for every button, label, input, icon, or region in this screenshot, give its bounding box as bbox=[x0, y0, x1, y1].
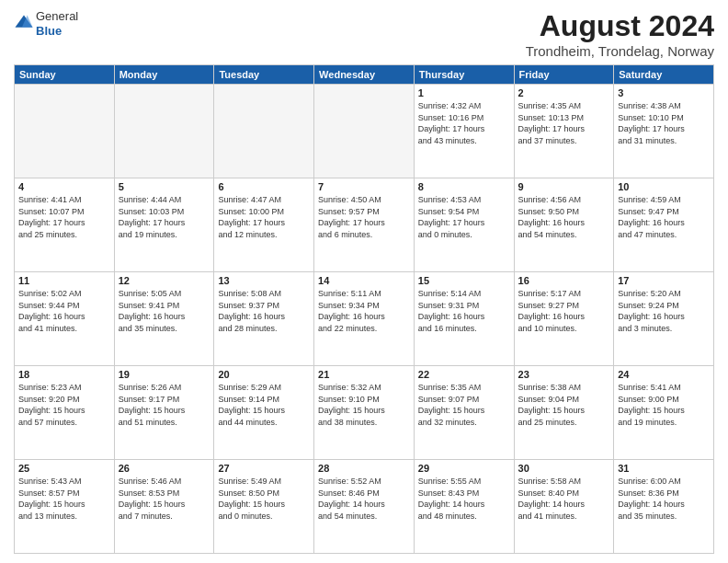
day-info: Sunrise: 5:49 AM Sunset: 8:50 PM Dayligh… bbox=[218, 476, 310, 522]
day-number: 30 bbox=[518, 463, 610, 474]
calendar-cell: 28Sunrise: 5:52 AM Sunset: 8:46 PM Dayli… bbox=[314, 460, 415, 554]
day-info: Sunrise: 4:32 AM Sunset: 10:16 PM Daylig… bbox=[418, 100, 510, 146]
day-number: 31 bbox=[618, 463, 710, 474]
weekday-header: Sunday bbox=[15, 65, 115, 85]
day-info: Sunrise: 5:41 AM Sunset: 9:00 PM Dayligh… bbox=[618, 382, 710, 428]
day-info: Sunrise: 5:43 AM Sunset: 8:57 PM Dayligh… bbox=[18, 476, 110, 522]
calendar-week-row: 18Sunrise: 5:23 AM Sunset: 9:20 PM Dayli… bbox=[15, 366, 714, 460]
calendar-body: 1Sunrise: 4:32 AM Sunset: 10:16 PM Dayli… bbox=[15, 85, 714, 554]
header: General Blue August 2024 Trondheim, Tron… bbox=[14, 9, 714, 59]
day-info: Sunrise: 4:59 AM Sunset: 9:47 PM Dayligh… bbox=[618, 194, 710, 240]
calendar-cell: 12Sunrise: 5:05 AM Sunset: 9:41 PM Dayli… bbox=[114, 272, 214, 366]
calendar-cell: 11Sunrise: 5:02 AM Sunset: 9:44 PM Dayli… bbox=[15, 272, 115, 366]
weekday-row: SundayMondayTuesdayWednesdayThursdayFrid… bbox=[15, 65, 714, 85]
day-info: Sunrise: 5:32 AM Sunset: 9:10 PM Dayligh… bbox=[318, 382, 410, 428]
calendar-cell: 19Sunrise: 5:26 AM Sunset: 9:17 PM Dayli… bbox=[114, 366, 214, 460]
day-number: 5 bbox=[119, 181, 210, 192]
day-number: 27 bbox=[218, 463, 310, 474]
calendar-cell: 20Sunrise: 5:29 AM Sunset: 9:14 PM Dayli… bbox=[214, 366, 314, 460]
day-number: 28 bbox=[318, 463, 410, 474]
day-number: 24 bbox=[618, 369, 710, 380]
calendar-cell: 2Sunrise: 4:35 AM Sunset: 10:13 PM Dayli… bbox=[514, 85, 614, 178]
day-info: Sunrise: 4:50 AM Sunset: 9:57 PM Dayligh… bbox=[318, 194, 410, 240]
page-subtitle: Trondheim, Trondelag, Norway bbox=[526, 43, 714, 59]
day-info: Sunrise: 5:46 AM Sunset: 8:53 PM Dayligh… bbox=[119, 476, 210, 522]
logo: General Blue bbox=[14, 9, 78, 38]
calendar-cell: 21Sunrise: 5:32 AM Sunset: 9:10 PM Dayli… bbox=[314, 366, 415, 460]
day-info: Sunrise: 5:55 AM Sunset: 8:43 PM Dayligh… bbox=[418, 476, 510, 522]
calendar-cell: 18Sunrise: 5:23 AM Sunset: 9:20 PM Dayli… bbox=[15, 366, 115, 460]
title-block: August 2024 Trondheim, Trondelag, Norway bbox=[526, 9, 714, 59]
day-number: 19 bbox=[119, 369, 210, 380]
day-number: 11 bbox=[18, 275, 110, 286]
weekday-header: Friday bbox=[514, 65, 614, 85]
day-number: 7 bbox=[318, 181, 410, 192]
calendar-cell: 25Sunrise: 5:43 AM Sunset: 8:57 PM Dayli… bbox=[15, 460, 115, 554]
weekday-header: Monday bbox=[114, 65, 214, 85]
day-number: 1 bbox=[418, 87, 510, 98]
calendar-cell: 31Sunrise: 6:00 AM Sunset: 8:36 PM Dayli… bbox=[614, 460, 714, 554]
day-number: 23 bbox=[518, 369, 610, 380]
day-info: Sunrise: 5:52 AM Sunset: 8:46 PM Dayligh… bbox=[318, 476, 410, 522]
logo-text: General Blue bbox=[36, 9, 78, 38]
page-title: August 2024 bbox=[526, 9, 714, 43]
day-number: 15 bbox=[418, 275, 510, 286]
day-number: 4 bbox=[18, 181, 110, 192]
calendar-week-row: 25Sunrise: 5:43 AM Sunset: 8:57 PM Dayli… bbox=[15, 460, 714, 554]
calendar-cell: 4Sunrise: 4:41 AM Sunset: 10:07 PM Dayli… bbox=[15, 178, 115, 272]
day-info: Sunrise: 5:20 AM Sunset: 9:24 PM Dayligh… bbox=[618, 288, 710, 334]
day-number: 20 bbox=[218, 369, 310, 380]
day-number: 12 bbox=[119, 275, 210, 286]
day-number: 3 bbox=[618, 87, 710, 98]
day-info: Sunrise: 4:53 AM Sunset: 9:54 PM Dayligh… bbox=[418, 194, 510, 240]
day-number: 9 bbox=[518, 181, 610, 192]
page: General Blue August 2024 Trondheim, Tron… bbox=[0, 0, 728, 563]
day-info: Sunrise: 6:00 AM Sunset: 8:36 PM Dayligh… bbox=[618, 476, 710, 522]
logo-general: General bbox=[36, 9, 78, 23]
day-number: 17 bbox=[618, 275, 710, 286]
day-number: 14 bbox=[318, 275, 410, 286]
day-number: 18 bbox=[18, 369, 110, 380]
day-number: 16 bbox=[518, 275, 610, 286]
day-number: 22 bbox=[418, 369, 510, 380]
calendar-cell bbox=[214, 85, 314, 178]
day-info: Sunrise: 5:23 AM Sunset: 9:20 PM Dayligh… bbox=[18, 382, 110, 428]
day-number: 6 bbox=[218, 181, 310, 192]
calendar-cell: 13Sunrise: 5:08 AM Sunset: 9:37 PM Dayli… bbox=[214, 272, 314, 366]
day-number: 10 bbox=[618, 181, 710, 192]
day-info: Sunrise: 4:44 AM Sunset: 10:03 PM Daylig… bbox=[119, 194, 210, 240]
day-info: Sunrise: 4:38 AM Sunset: 10:10 PM Daylig… bbox=[618, 100, 710, 146]
calendar-cell: 7Sunrise: 4:50 AM Sunset: 9:57 PM Daylig… bbox=[314, 178, 415, 272]
day-info: Sunrise: 5:02 AM Sunset: 9:44 PM Dayligh… bbox=[18, 288, 110, 334]
day-info: Sunrise: 4:35 AM Sunset: 10:13 PM Daylig… bbox=[518, 100, 610, 146]
calendar-cell: 8Sunrise: 4:53 AM Sunset: 9:54 PM Daylig… bbox=[414, 178, 514, 272]
day-info: Sunrise: 4:47 AM Sunset: 10:00 PM Daylig… bbox=[218, 194, 310, 240]
day-number: 29 bbox=[418, 463, 510, 474]
day-info: Sunrise: 5:26 AM Sunset: 9:17 PM Dayligh… bbox=[119, 382, 210, 428]
day-info: Sunrise: 5:29 AM Sunset: 9:14 PM Dayligh… bbox=[218, 382, 310, 428]
calendar-week-row: 4Sunrise: 4:41 AM Sunset: 10:07 PM Dayli… bbox=[15, 178, 714, 272]
calendar-week-row: 11Sunrise: 5:02 AM Sunset: 9:44 PM Dayli… bbox=[15, 272, 714, 366]
day-number: 13 bbox=[218, 275, 310, 286]
weekday-header: Tuesday bbox=[214, 65, 314, 85]
day-info: Sunrise: 4:56 AM Sunset: 9:50 PM Dayligh… bbox=[518, 194, 610, 240]
calendar-cell: 23Sunrise: 5:38 AM Sunset: 9:04 PM Dayli… bbox=[514, 366, 614, 460]
day-info: Sunrise: 5:14 AM Sunset: 9:31 PM Dayligh… bbox=[418, 288, 510, 334]
calendar-week-row: 1Sunrise: 4:32 AM Sunset: 10:16 PM Dayli… bbox=[15, 85, 714, 178]
day-info: Sunrise: 5:11 AM Sunset: 9:34 PM Dayligh… bbox=[318, 288, 410, 334]
calendar-cell: 16Sunrise: 5:17 AM Sunset: 9:27 PM Dayli… bbox=[514, 272, 614, 366]
calendar-cell: 29Sunrise: 5:55 AM Sunset: 8:43 PM Dayli… bbox=[414, 460, 514, 554]
calendar-cell bbox=[114, 85, 214, 178]
calendar-cell bbox=[314, 85, 415, 178]
day-info: Sunrise: 5:17 AM Sunset: 9:27 PM Dayligh… bbox=[518, 288, 610, 334]
day-info: Sunrise: 5:58 AM Sunset: 8:40 PM Dayligh… bbox=[518, 476, 610, 522]
day-info: Sunrise: 5:38 AM Sunset: 9:04 PM Dayligh… bbox=[518, 382, 610, 428]
day-number: 2 bbox=[518, 87, 610, 98]
calendar-cell: 27Sunrise: 5:49 AM Sunset: 8:50 PM Dayli… bbox=[214, 460, 314, 554]
weekday-header: Thursday bbox=[414, 65, 514, 85]
day-info: Sunrise: 5:35 AM Sunset: 9:07 PM Dayligh… bbox=[418, 382, 510, 428]
day-number: 26 bbox=[119, 463, 210, 474]
calendar-cell bbox=[15, 85, 115, 178]
calendar-cell: 30Sunrise: 5:58 AM Sunset: 8:40 PM Dayli… bbox=[514, 460, 614, 554]
calendar-cell: 1Sunrise: 4:32 AM Sunset: 10:16 PM Dayli… bbox=[414, 85, 514, 178]
